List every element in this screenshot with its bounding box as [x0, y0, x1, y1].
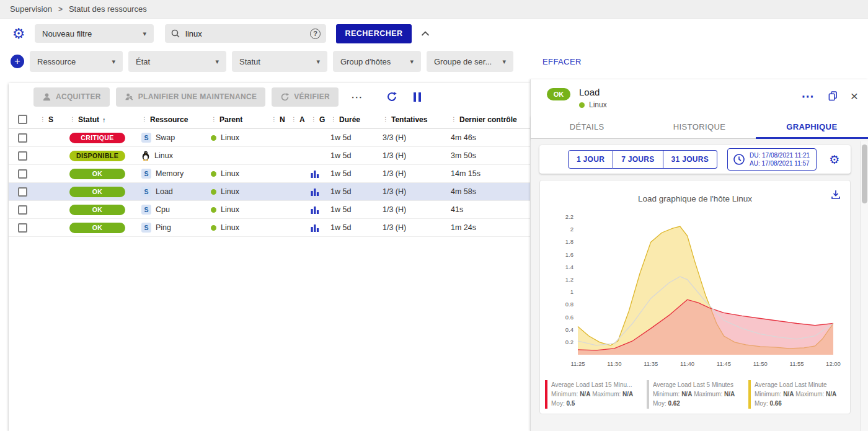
filter-chip-etat[interactable]: État ▾: [128, 51, 226, 72]
breadcrumb-separator-icon: >: [58, 5, 63, 14]
clear-filters-button[interactable]: EFFACER: [542, 57, 582, 66]
table-row[interactable]: OK S Cpu Linux 1w 5d 1/3 (H) 41s: [9, 201, 530, 219]
more-actions-icon[interactable]: ⋯: [351, 91, 363, 103]
close-panel-icon[interactable]: ×: [851, 89, 858, 102]
drag-handle-icon[interactable]: ⋮: [291, 116, 297, 123]
duration-value: 1w 5d: [330, 133, 383, 142]
drag-handle-icon[interactable]: ⋮: [271, 116, 277, 123]
search-button[interactable]: RECHERCHER: [336, 24, 412, 43]
chevron-down-icon: ▾: [316, 58, 320, 66]
load-chart[interactable]: 0.20.40.60.811.21.41.61.822.211:2511:301…: [549, 211, 841, 373]
filter-chip-label: Statut: [239, 57, 260, 66]
drag-handle-icon[interactable]: ⋮: [311, 116, 317, 123]
filter-chip-groupe-services[interactable]: Groupe de ser... ▾: [427, 51, 513, 72]
graph-icon[interactable]: [311, 188, 319, 196]
table-row[interactable]: OK S Load Linux 1w 5d 1/3 (H) 4m 58s: [9, 183, 530, 201]
graph-icon[interactable]: [311, 206, 319, 214]
tab-details[interactable]: DÉTAILS: [531, 115, 643, 138]
drag-handle-icon[interactable]: ⋮: [451, 116, 457, 123]
drag-handle-icon[interactable]: ⋮: [40, 116, 46, 123]
column-header-n[interactable]: ⋮N: [271, 115, 291, 124]
svg-text:11:25: 11:25: [570, 360, 585, 367]
download-chart-icon[interactable]: [830, 189, 841, 200]
row-checkbox[interactable]: [18, 205, 27, 215]
filter-chip-groupe-hotes[interactable]: Group d'hôtes ▾: [333, 51, 421, 72]
legend-series-name: Average Load Last 15 Minu...: [551, 380, 633, 389]
column-header-dernier-controle[interactable]: ⋮Dernier contrôle: [451, 115, 530, 124]
saved-filter-select[interactable]: Nouveau filtre ▾: [35, 24, 154, 43]
filters-settings-gear-icon[interactable]: ⚙: [9, 27, 28, 41]
filter-chip-statut[interactable]: Statut ▾: [232, 51, 327, 72]
table-row[interactable]: DISPONIBLE Linux 1w 5d 1/3 (H) 3m 50s: [9, 147, 530, 165]
custom-date-range[interactable]: DU: 17/08/2021 11:21 AU: 17/08/2021 11:5…: [727, 148, 817, 171]
search-box[interactable]: ?: [165, 24, 326, 43]
drag-handle-icon[interactable]: ⋮: [211, 116, 217, 123]
row-checkbox[interactable]: [18, 223, 27, 233]
graph-icon[interactable]: [311, 170, 319, 178]
row-checkbox[interactable]: [18, 151, 27, 161]
parent-name[interactable]: Linux: [221, 187, 239, 196]
column-header-duree[interactable]: ⋮Durée: [330, 115, 383, 124]
table-row[interactable]: OK S Ping Linux 1w 5d 1/3 (H) 1m 24s: [9, 219, 530, 237]
maintenance-button[interactable]: PLANIFIER UNE MAINTENANCE: [116, 87, 266, 107]
period-1-day-button[interactable]: 1 JOUR: [568, 150, 613, 169]
parent-name[interactable]: Linux: [221, 205, 239, 214]
drag-handle-icon[interactable]: ⋮: [330, 116, 337, 123]
tab-historique[interactable]: HISTORIQUE: [643, 115, 755, 138]
duration-value: 1w 5d: [330, 187, 383, 196]
table-row[interactable]: CRITIQUE S Swap Linux 1w 5d 3/3 (H) 4m 4…: [9, 129, 530, 147]
panel-subtitle[interactable]: Linux: [589, 100, 607, 109]
resource-name[interactable]: Cpu: [156, 205, 170, 214]
refresh-icon[interactable]: [386, 91, 397, 102]
acknowledge-button[interactable]: ACQUITTER: [33, 87, 110, 107]
collapse-filters-chevron-up-icon[interactable]: [421, 31, 430, 37]
column-header-ressource[interactable]: ⋮Ressource: [141, 115, 211, 124]
check-button[interactable]: VÉRIFIER: [272, 87, 339, 107]
resource-name[interactable]: Linux: [154, 151, 173, 160]
last-check-value: 1m 24s: [451, 223, 530, 232]
scrollbar-thumb[interactable]: [862, 144, 867, 203]
drag-handle-icon[interactable]: ⋮: [141, 116, 148, 123]
period-7-days-button[interactable]: 7 JOURS: [613, 150, 663, 169]
resource-name[interactable]: Swap: [156, 133, 175, 142]
tries-value: 1/3 (H): [383, 205, 451, 214]
table-row[interactable]: OK S Memory Linux 1w 5d 1/3 (H) 14m 15s: [9, 165, 530, 183]
resource-name[interactable]: Ping: [156, 223, 171, 232]
row-checkbox[interactable]: [18, 133, 27, 143]
search-input[interactable]: [185, 29, 305, 38]
sort-asc-icon[interactable]: ↑: [102, 116, 106, 123]
drag-handle-icon[interactable]: ⋮: [383, 116, 389, 123]
status-badge: OK: [69, 169, 125, 179]
column-header-parent[interactable]: ⋮Parent: [211, 115, 271, 124]
column-header-statut[interactable]: ⋮Statut↑: [69, 115, 141, 124]
column-header-severity[interactable]: ⋮S: [40, 115, 69, 124]
pause-autorefresh-icon[interactable]: [414, 92, 421, 102]
resource-name[interactable]: Memory: [156, 169, 184, 178]
tab-graphique[interactable]: GRAPHIQUE: [756, 115, 868, 138]
period-31-days-button[interactable]: 31 JOURS: [663, 150, 717, 169]
clock-icon: [733, 153, 745, 166]
parent-name[interactable]: Linux: [221, 223, 239, 232]
column-header-tentatives[interactable]: ⋮Tentatives: [383, 115, 451, 124]
add-criteria-icon[interactable]: +: [11, 55, 24, 68]
resource-name[interactable]: Load: [156, 187, 173, 196]
column-header-g[interactable]: ⋮G: [311, 115, 330, 124]
graph-icon[interactable]: [311, 224, 319, 232]
parent-name[interactable]: Linux: [221, 169, 239, 178]
panel-scrollbar[interactable]: [860, 141, 868, 431]
breadcrumb-item-supervision[interactable]: Supervision: [10, 4, 52, 14]
parent-name[interactable]: Linux: [221, 133, 239, 142]
svg-text:2: 2: [570, 226, 574, 233]
filter-chip-ressource[interactable]: Ressource ▾: [30, 51, 123, 72]
row-checkbox[interactable]: [18, 187, 27, 197]
drag-handle-icon[interactable]: ⋮: [69, 116, 76, 123]
maintenance-label: PLANIFIER UNE MAINTENANCE: [138, 92, 257, 101]
panel-more-actions-icon[interactable]: ⋯: [802, 90, 814, 102]
search-help-icon[interactable]: ?: [310, 29, 321, 39]
row-checkbox[interactable]: [18, 169, 27, 179]
column-header-a[interactable]: ⋮A: [291, 115, 311, 124]
select-all-checkbox[interactable]: [18, 115, 27, 124]
copy-link-icon[interactable]: [828, 91, 838, 101]
graph-settings-gear-icon[interactable]: ⚙: [829, 154, 839, 166]
table-header: ⋮S ⋮Statut↑ ⋮Ressource ⋮Parent ⋮N ⋮A ⋮G …: [9, 110, 530, 129]
